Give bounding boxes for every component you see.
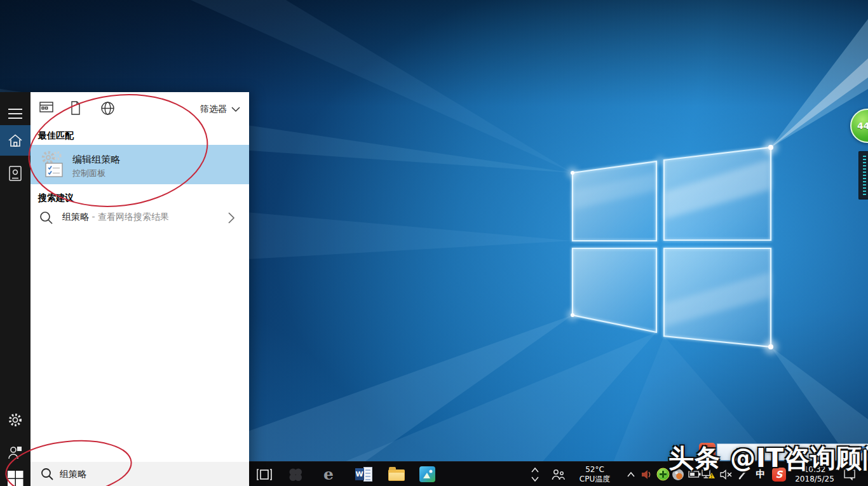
search-results-pane: 筛选器 最佳匹配 编辑组策略 控制面板 搜索建议 bbox=[31, 92, 249, 462]
cpu-temp-value: 52°C bbox=[580, 465, 610, 475]
documents-filter-icon bbox=[70, 101, 81, 115]
filter-label: 筛选器 bbox=[200, 104, 227, 115]
taskbar-search-box[interactable] bbox=[31, 462, 249, 486]
menu-button[interactable] bbox=[0, 98, 31, 129]
taskbar-search-input[interactable] bbox=[58, 466, 239, 483]
web-filter-icon bbox=[100, 101, 115, 116]
home-tab[interactable] bbox=[0, 125, 31, 156]
best-match-result[interactable]: 编辑组策略 控制面板 bbox=[31, 145, 249, 184]
search-panel-rail bbox=[0, 92, 31, 486]
group-policy-icon bbox=[38, 150, 67, 179]
word-button[interactable]: W bbox=[353, 462, 374, 486]
tray-scroll-arrows[interactable] bbox=[529, 462, 541, 486]
task-view-button[interactable] bbox=[255, 462, 274, 486]
folder-icon bbox=[388, 469, 405, 481]
image-viewer-button[interactable] bbox=[417, 462, 437, 486]
file-explorer-button[interactable] bbox=[386, 462, 407, 486]
suggestion-hint: - 查看网络搜索结果 bbox=[89, 212, 169, 222]
best-match-heading: 最佳匹配 bbox=[38, 130, 74, 142]
chevron-down-icon bbox=[231, 107, 240, 112]
search-box-icon bbox=[41, 468, 53, 480]
apps-filter-icon bbox=[39, 101, 53, 114]
chevron-right-icon[interactable] bbox=[227, 212, 235, 224]
hamburger-icon bbox=[8, 108, 23, 119]
start-button[interactable] bbox=[0, 463, 31, 486]
documents-filter-button[interactable] bbox=[70, 101, 81, 118]
filter-dropdown[interactable]: 筛选器 bbox=[200, 104, 240, 115]
search-icon bbox=[39, 211, 53, 225]
home-icon bbox=[8, 133, 23, 148]
cpu-temperature-widget[interactable]: 52°C CPU温度 bbox=[572, 462, 618, 486]
suggestion-query: 组策略 bbox=[62, 212, 89, 222]
audio-device-icon[interactable] bbox=[639, 462, 654, 486]
web-suggestion-item[interactable]: 组策略 - 查看网络搜索结果 bbox=[31, 205, 249, 231]
apps-filter-button[interactable] bbox=[39, 101, 53, 116]
people-icon[interactable] bbox=[550, 462, 567, 486]
windows-desktop: 44 头条 @IT咨询顾问 e W bbox=[0, 0, 868, 486]
hidden-icons-chevron[interactable] bbox=[624, 462, 638, 486]
cpu-temp-label: CPU温度 bbox=[580, 475, 610, 484]
settings-button[interactable] bbox=[0, 405, 31, 435]
contact-card-icon bbox=[8, 165, 22, 182]
watermark-text: 头条 @IT咨询顾问 bbox=[668, 441, 868, 476]
contact-card-tab[interactable] bbox=[0, 158, 31, 189]
suggestions-heading: 搜索建议 bbox=[38, 192, 74, 204]
internet-explorer-button[interactable]: e bbox=[319, 462, 338, 486]
image-viewer-icon bbox=[419, 466, 435, 482]
web-filter-button[interactable] bbox=[100, 101, 115, 118]
gear-icon bbox=[7, 412, 24, 428]
pinwheel-app-button[interactable] bbox=[286, 462, 305, 486]
feedback-person-icon bbox=[8, 445, 23, 460]
edge-dock-handle[interactable] bbox=[858, 151, 868, 199]
word-icon: W bbox=[355, 467, 372, 482]
best-match-subtitle: 控制面板 bbox=[72, 168, 105, 179]
edge-dock-ticks bbox=[863, 156, 866, 195]
windows-logo-icon bbox=[8, 471, 24, 486]
best-match-title: 编辑组策略 bbox=[72, 154, 120, 166]
ie-icon: e bbox=[323, 465, 334, 483]
